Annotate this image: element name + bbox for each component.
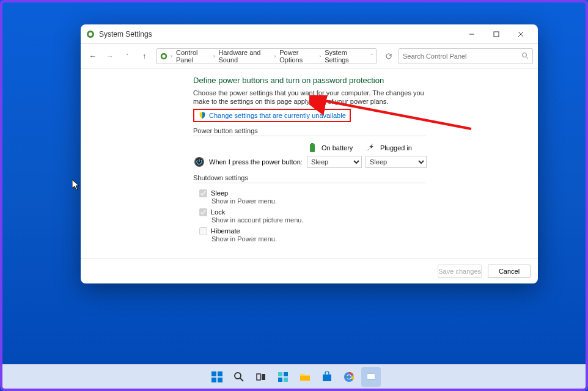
page-heading: Define power buttons and turn on passwor…: [193, 76, 425, 85]
search-icon: [521, 52, 529, 60]
forward-button[interactable]: →: [103, 49, 117, 64]
store-button[interactable]: [317, 367, 337, 387]
power-options-icon: [86, 29, 95, 39]
sleep-desc: Show in Power menu.: [211, 197, 425, 205]
breadcrumb-system-settings[interactable]: System Settings: [323, 49, 366, 64]
page-subtext: Choose the power settings that you want …: [193, 89, 425, 106]
press-power-row: When I press the power button:: [193, 156, 303, 168]
breadcrumb-hardware[interactable]: Hardware and Sound: [217, 49, 271, 64]
svg-rect-16: [218, 371, 222, 376]
svg-point-7: [162, 54, 165, 57]
mouse-cursor: [72, 180, 81, 191]
close-button[interactable]: [509, 26, 533, 43]
svg-rect-27: [300, 376, 310, 381]
battery-power-select[interactable]: Sleep: [307, 156, 362, 168]
plug-icon: [366, 142, 377, 153]
chevron-right-icon: ›: [171, 53, 172, 59]
chevron-right-icon: ›: [274, 53, 276, 59]
content-area: Define power buttons and turn on passwor…: [81, 68, 538, 258]
plugged-power-select[interactable]: Sleep: [366, 156, 427, 168]
taskbar[interactable]: [2, 364, 586, 389]
start-button[interactable]: [207, 367, 227, 387]
shield-icon: [198, 111, 207, 120]
lock-desc: Show in account picture menu.: [211, 216, 425, 224]
admin-link-highlight: Change settings that are currently unava…: [193, 109, 351, 122]
search-box[interactable]: [399, 48, 533, 64]
svg-line-20: [240, 378, 243, 381]
svg-rect-15: [211, 371, 216, 376]
chevron-right-icon: ›: [319, 53, 321, 59]
titlebar: System Settings: [81, 24, 538, 44]
navbar: ← → ˅ ↑ › Control Panel › Hardware and S…: [81, 44, 538, 68]
battery-icon: [307, 142, 318, 153]
svg-line-9: [526, 57, 528, 59]
control-panel-taskbar[interactable]: [361, 367, 381, 387]
minimize-button[interactable]: [460, 26, 484, 43]
svg-rect-10: [310, 144, 315, 152]
sleep-checkbox-label[interactable]: Sleep: [199, 189, 425, 197]
breadcrumb[interactable]: › Control Panel › Hardware and Sound › P…: [156, 48, 377, 64]
search-input[interactable]: [403, 53, 521, 60]
svg-rect-24: [284, 372, 288, 376]
widgets-button[interactable]: [273, 367, 293, 387]
svg-rect-26: [284, 378, 288, 382]
recent-dropdown[interactable]: ˅: [120, 49, 134, 64]
lock-checkbox-label[interactable]: Lock: [199, 208, 425, 216]
hibernate-checkbox-label[interactable]: Hibernate: [199, 227, 425, 235]
save-changes-button[interactable]: Save changes: [438, 265, 482, 278]
file-explorer-button[interactable]: [295, 367, 315, 387]
breadcrumb-power[interactable]: Power Options: [278, 49, 317, 64]
power-button-section-title: Power button settings: [193, 127, 425, 136]
search-taskbar-button[interactable]: [229, 367, 249, 387]
control-panel-icon: [160, 51, 168, 61]
svg-rect-18: [218, 378, 222, 382]
chevron-right-icon: ›: [213, 53, 215, 59]
sleep-checkbox[interactable]: [199, 189, 207, 197]
svg-rect-28: [323, 375, 331, 381]
chevron-down-icon[interactable]: ˅: [370, 53, 373, 59]
svg-rect-21: [257, 374, 260, 380]
hibernate-desc: Show in Power menu.: [211, 235, 425, 243]
up-button[interactable]: ↑: [137, 49, 152, 64]
change-settings-link[interactable]: Change settings that are currently unava…: [209, 112, 346, 119]
hibernate-checkbox[interactable]: [199, 227, 207, 235]
power-button-icon: [193, 156, 205, 168]
task-view-button[interactable]: [251, 367, 271, 387]
svg-rect-33: [367, 374, 375, 379]
refresh-button[interactable]: [381, 49, 396, 64]
plugged-in-header: Plugged in: [366, 142, 427, 153]
maximize-button[interactable]: [484, 26, 509, 43]
footer: Save changes Cancel: [81, 258, 538, 283]
breadcrumb-control-panel[interactable]: Control Panel: [175, 49, 210, 64]
lock-checkbox[interactable]: [199, 208, 207, 216]
svg-rect-25: [278, 378, 282, 382]
svg-point-19: [235, 373, 241, 379]
svg-point-8: [523, 53, 527, 57]
window-title: System Settings: [99, 30, 460, 38]
svg-rect-22: [262, 374, 265, 380]
svg-rect-3: [494, 32, 499, 37]
svg-rect-11: [311, 143, 314, 144]
on-battery-header: On battery: [307, 142, 362, 153]
svg-point-1: [89, 32, 92, 36]
cancel-button[interactable]: Cancel: [488, 265, 531, 278]
system-settings-window: System Settings ← → ˅ ↑: [81, 24, 538, 283]
shutdown-section-title: Shutdown settings: [193, 174, 425, 183]
svg-rect-23: [278, 372, 282, 376]
svg-rect-17: [211, 378, 216, 382]
chrome-button[interactable]: [339, 367, 359, 387]
back-button[interactable]: ←: [86, 49, 100, 64]
